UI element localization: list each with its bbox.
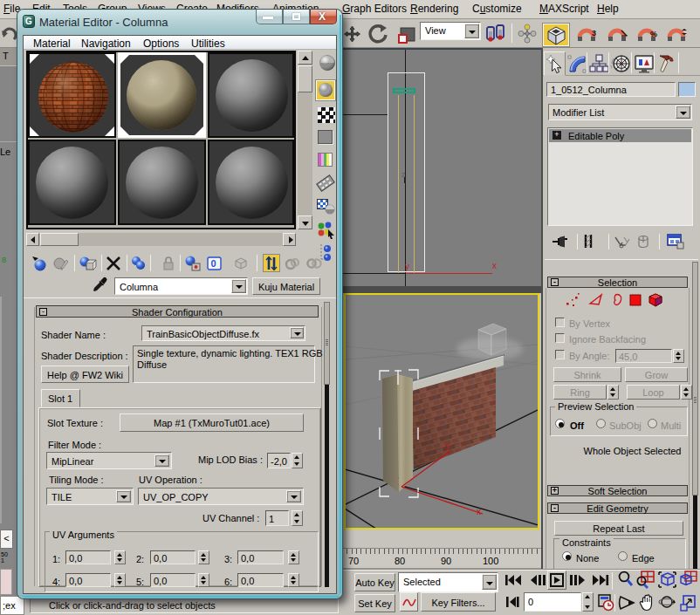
svg-text:%: % <box>650 30 657 38</box>
svg-text:3: 3 <box>592 29 596 38</box>
svg-text:x: x <box>477 507 481 516</box>
svg-text:0: 0 <box>211 258 216 269</box>
svg-text:y: y <box>445 441 450 450</box>
